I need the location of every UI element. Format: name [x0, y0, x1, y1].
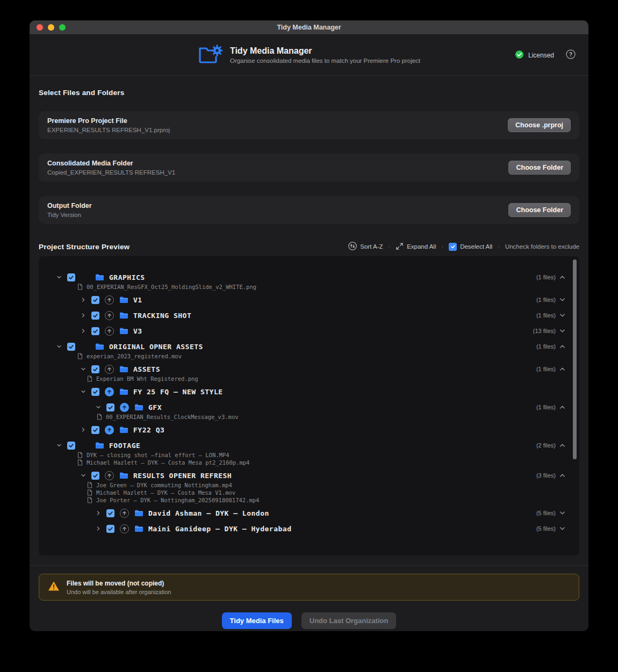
expand-files-icon[interactable] — [559, 298, 565, 302]
app-subtitle: Organise consolidated media files to mat… — [230, 57, 420, 64]
deselect-all-checkbox[interactable] — [449, 243, 457, 251]
folder-checkbox[interactable] — [91, 472, 99, 480]
folder-checkbox[interactable] — [106, 525, 114, 533]
app-title: Tidy Media Manager — [230, 46, 420, 56]
promote-up-icon[interactable] — [105, 387, 114, 396]
sort-az-button[interactable]: Sort A-Z — [348, 242, 383, 251]
chevron-down-icon[interactable] — [80, 389, 87, 394]
folder-name: GRAPHICS — [109, 273, 145, 281]
file-count: (1 files) — [536, 312, 556, 319]
window-title: Tidy Media Manager — [30, 24, 588, 31]
promote-up-icon[interactable] — [105, 365, 114, 374]
promote-up-icon[interactable] — [120, 509, 129, 518]
file-count: (5 files) — [536, 510, 556, 516]
collapse-files-icon[interactable] — [559, 405, 565, 409]
output-folder-card: Output Folder Tidy Version Choose Folder — [39, 196, 579, 224]
folder-checkbox[interactable] — [67, 442, 75, 450]
folder-checkbox[interactable] — [91, 312, 99, 320]
file-count: (1 files) — [536, 343, 556, 350]
tree-folder-row: Maini Ganideep — DYK — Hyderabad(5 files… — [39, 522, 579, 535]
file-name: Experian BM Wht Registered.png — [96, 375, 198, 382]
chevron-right-icon[interactable] — [80, 313, 87, 318]
collapse-files-icon[interactable] — [559, 344, 565, 349]
tree-folder-row: FOOTAGE(2 files) — [39, 439, 579, 452]
folder-checkbox[interactable] — [67, 273, 75, 281]
folder-icon — [119, 388, 128, 395]
footer-divider — [30, 565, 588, 566]
sort-az-label: Sort A-Z — [360, 243, 383, 250]
tree-file-row: Michael Hazlett — DYK — Costa Mesa V1.mo… — [39, 489, 579, 496]
question-circle-icon[interactable]: ? — [566, 49, 576, 61]
collapse-files-icon[interactable] — [559, 443, 565, 447]
toolbar-separator: · — [498, 243, 500, 250]
folder-name: FOOTAGE — [109, 442, 140, 450]
tree-folder-row: ORIGINAL OPNER ASSETS(1 files) — [39, 340, 579, 353]
promote-up-icon[interactable] — [120, 524, 129, 533]
expand-files-icon[interactable] — [559, 526, 565, 531]
promote-up-icon[interactable] — [105, 295, 114, 305]
chevron-right-icon[interactable] — [95, 510, 102, 516]
chevron-right-icon[interactable] — [80, 427, 87, 432]
expand-all-button[interactable]: Expand All — [396, 242, 436, 251]
folder-checkbox[interactable] — [91, 327, 99, 335]
file-name: experian_2023_registered.mov — [87, 353, 182, 359]
tree-file-row: Experian BM Wht Registered.png — [39, 375, 579, 382]
licensed-status: Licensed — [515, 50, 554, 61]
chevron-down-icon[interactable] — [80, 366, 87, 372]
chevron-down-icon[interactable] — [80, 473, 87, 478]
chevron-right-icon[interactable] — [95, 526, 102, 531]
media-folder-label: Consolidated Media Folder — [47, 160, 175, 167]
chevron-down-icon[interactable] — [55, 443, 63, 448]
folder-checkbox[interactable] — [106, 403, 114, 411]
tidy-media-files-button[interactable]: Tidy Media Files — [222, 612, 292, 629]
folder-name: GFX — [148, 403, 162, 411]
choose-prproj-button[interactable]: Choose .prproj — [508, 118, 571, 132]
promote-up-icon[interactable] — [105, 311, 114, 320]
file-icon — [77, 353, 83, 359]
project-file-card: Premiere Pro Project File EXPERIEN_RESUL… — [39, 111, 579, 139]
folder-checkbox[interactable] — [106, 509, 114, 517]
green-seal-check-icon — [515, 50, 524, 61]
promote-up-icon[interactable] — [105, 471, 114, 480]
expand-files-icon[interactable] — [559, 313, 565, 317]
folder-name: V3 — [133, 327, 142, 335]
tree-folder-row: GFX(1 files) — [39, 401, 579, 414]
chevron-right-icon[interactable] — [80, 328, 87, 334]
collapse-files-icon[interactable] — [559, 275, 565, 279]
choose-media-folder-button[interactable]: Choose Folder — [508, 161, 571, 175]
folder-icon — [134, 403, 143, 411]
collapse-files-icon[interactable] — [559, 473, 565, 478]
expand-files-icon[interactable] — [559, 329, 565, 333]
file-name: Joe Porter — DYK — Nottingham_2025091808… — [96, 497, 259, 503]
file-icon — [77, 452, 83, 458]
folder-checkbox[interactable] — [91, 296, 99, 304]
folder-icon — [119, 472, 128, 479]
chevron-down-icon[interactable] — [95, 404, 102, 410]
toolbar-separator: · — [388, 243, 390, 250]
chevron-right-icon[interactable] — [80, 297, 87, 302]
collapse-files-icon[interactable] — [559, 367, 565, 371]
promote-up-icon[interactable] — [105, 327, 114, 336]
tree-scrollbar-thumb[interactable] — [573, 259, 577, 459]
folder-checkbox[interactable] — [91, 426, 99, 434]
chevron-down-icon[interactable] — [55, 274, 63, 280]
promote-up-icon[interactable] — [120, 403, 129, 412]
folder-icon — [119, 327, 128, 335]
deselect-all-toggle[interactable]: Deselect All — [449, 243, 492, 251]
deselect-all-label: Deselect All — [460, 243, 492, 250]
file-icon — [77, 459, 83, 466]
folder-checkbox[interactable] — [91, 365, 99, 373]
choose-output-folder-button[interactable]: Choose Folder — [508, 203, 571, 217]
preview-heading: Project Structure Preview — [39, 243, 130, 251]
expand-files-icon[interactable] — [559, 511, 565, 515]
folder-checkbox[interactable] — [91, 388, 99, 396]
tree-file-row: Michael Hazlett — DYK — Costa Mesa pt2_2… — [39, 459, 579, 466]
chevron-down-icon[interactable] — [55, 344, 63, 349]
folder-icon — [119, 365, 128, 373]
tree-folder-row: TRACKING SHOT(1 files) — [39, 309, 579, 322]
promote-up-icon[interactable] — [105, 425, 114, 435]
sort-arrows-icon — [348, 242, 357, 251]
folder-checkbox[interactable] — [67, 343, 75, 351]
undo-last-organization-button[interactable]: Undo Last Organization — [301, 612, 397, 629]
file-count: (1 files) — [536, 404, 556, 410]
